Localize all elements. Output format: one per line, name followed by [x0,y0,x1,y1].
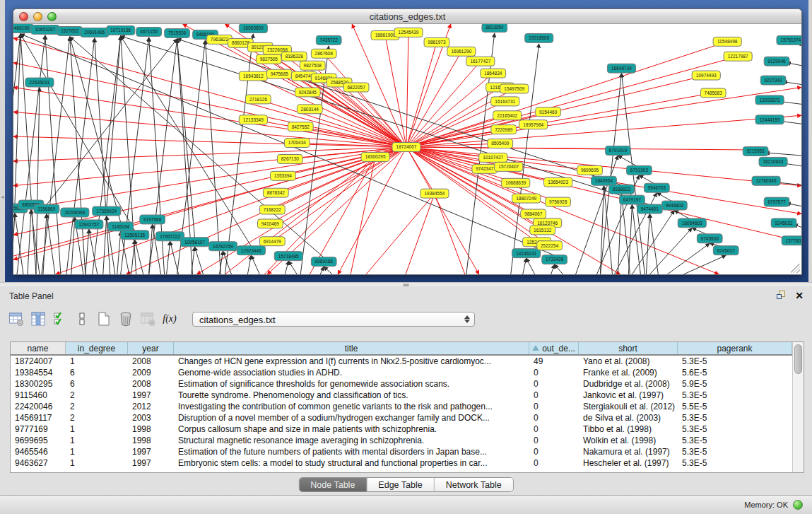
table-cell[interactable]: Structural magnetic resonance image aver… [174,435,529,446]
graph-node[interactable]: 13654923 [544,177,572,187]
table-cell[interactable]: 5.9E-5 [678,378,792,390]
table-row[interactable]: 911546021997Tourette syndrome. Phenomeno… [11,390,792,401]
graph-node[interactable]: 20206596 [61,208,89,217]
graph-node[interactable]: 9861973 [424,37,449,47]
table-row[interactable]: 1938455462009Genome-wide association stu… [11,367,792,378]
graph-node[interactable]: 11548498 [713,37,741,46]
table-cell[interactable]: 18300295 [11,378,66,390]
row-height-button[interactable] [73,310,91,328]
graph-node[interactable]: 6466100 [13,24,33,33]
table-row[interactable]: 2242004622012Investigating the contribut… [11,401,792,412]
graph-node[interactable]: 9227343 [760,76,786,85]
graph-node[interactable]: 12942757 [75,220,103,229]
graph-node[interactable]: 12093872 [755,95,784,105]
table-cell[interactable]: Hescheler et al. (1997) [579,457,678,469]
graph-node[interactable]: 10719186 [107,25,135,35]
table-cell[interactable]: 1 [66,435,128,446]
window-titlebar[interactable]: citations_edges.txt [13,9,801,24]
graph-node[interactable]: 18724007 [392,143,420,152]
table-cell[interactable]: 0 [529,457,579,469]
graph-node[interactable]: 9410469 [257,219,283,228]
graph-node[interactable]: 9756928 [546,197,571,206]
graph-node[interactable]: 2803144 [297,105,322,114]
table-cell[interactable]: 1998 [128,435,174,446]
table-cell[interactable]: 5.5E-5 [678,401,792,412]
table-row[interactable]: 1456911722003Disruption of a novel membe… [11,412,792,424]
table-cell[interactable]: 9699695 [11,435,66,446]
table-cell[interactable]: 0 [529,401,579,412]
table-cell[interactable]: Franke et al. (2009) [579,367,678,378]
graph-node[interactable]: 16648734 [607,64,635,73]
table-cell[interactable]: Embryonic stem cells: a model to study s… [174,457,529,469]
table-row[interactable]: 946362711997Embryonic stem cells: a mode… [11,457,792,469]
graph-node[interactable]: 6914479 [259,237,285,246]
table-cell[interactable]: 22420046 [11,401,66,412]
table-cell[interactable]: Tibbo et al. (1998) [579,424,678,435]
column-header-name[interactable]: name [11,342,66,354]
graph-node[interactable]: 12923446 [237,246,265,255]
tab-node-table[interactable]: Node Table [299,478,367,491]
table-cell[interactable]: Nakamura et al. (1997) [579,446,678,457]
panel-collapse-arrow-icon[interactable]: ◂ [0,192,5,202]
function-builder-button[interactable]: f(x) [160,310,179,328]
graph-node[interactable]: 1840954 [592,176,617,185]
table-cell[interactable]: 5.3E-5 [678,412,792,424]
graph-node[interactable]: 19218506 [525,33,553,42]
graph-node[interactable]: 2867608 [311,49,336,58]
graph-node[interactable]: 15718485 [274,252,302,261]
graph-node[interactable]: 10958107 [180,238,208,247]
graph-node[interactable]: 9699695 [577,165,603,175]
table-cell[interactable]: Estimation of the future numbers of pati… [174,446,529,457]
table-cell[interactable]: 5.3E-5 [678,435,792,446]
table-cell[interactable]: 0 [529,390,579,401]
graph-node[interactable]: 18807249 [512,194,541,203]
graph-node[interactable]: 6822057 [343,83,369,92]
table-cell[interactable]: 1 [66,446,128,457]
table-cell[interactable]: 5.3E-5 [678,390,792,401]
graph-node[interactable]: 15497509 [500,84,529,93]
table-cell[interactable]: Wolkin et al. (1998) [579,435,678,446]
table-cell[interactable]: Yano et al. (2008) [579,356,678,367]
table-cell[interactable]: 1 [66,457,128,469]
graph-node[interactable]: 9089188 [311,257,336,267]
network-canvas[interactable]: 6466100106532871527602206914061071918646… [13,24,801,274]
graph-node[interactable]: 8813054 [482,24,507,32]
table-cell[interactable]: 5.3E-5 [678,457,792,469]
graph-node[interactable]: 1377603 [782,236,801,245]
table-row[interactable]: 1872400712008Changes of HCN gene express… [11,356,792,367]
close-panel-icon[interactable]: ✕ [795,291,804,300]
graph-node[interactable]: 8878342 [263,188,288,197]
graph-node[interactable]: 7485083 [700,88,726,98]
table-cell[interactable]: 9463627 [11,457,66,469]
graph-node[interactable]: 18957984 [519,120,548,129]
graph-node[interactable]: 1353394 [270,171,295,180]
table-cell[interactable]: 2008 [128,356,174,367]
table-cell[interactable]: Changes of HCN gene expression and I(f) … [174,356,529,367]
graph-node[interactable]: 18300295 [361,152,389,161]
table-cell[interactable]: 14569117 [11,412,66,424]
graph-node[interactable]: 12217987 [724,52,752,61]
table-cell[interactable]: Stergiakouli et al. (2012) [579,401,678,412]
table-cell[interactable]: 6 [66,367,128,378]
graph-node[interactable]: 8505409 [488,139,513,148]
table-cell[interactable]: 0 [529,424,579,435]
graph-node[interactable]: 9197588 [140,215,165,224]
graph-node[interactable]: 8427552 [288,122,313,132]
graph-node[interactable]: 9242845 [295,88,320,97]
graph-node[interactable]: 10107427 [479,153,507,162]
table-row[interactable]: 977716911998Corpus callosum shape and si… [11,424,792,435]
graph-node[interactable]: 1700434 [284,139,310,148]
table-cell[interactable]: 1997 [128,390,174,401]
graph-node[interactable]: 9546703 [644,183,669,192]
table-cell[interactable]: 2012 [128,401,174,412]
column-header-year[interactable]: year [128,342,174,354]
table-cell[interactable]: Investigating the contribution of common… [174,401,529,412]
graph-node[interactable]: 1145194 [108,222,134,231]
table-row[interactable]: 946554611997Estimation of the future num… [11,446,792,457]
table-row[interactable]: 969969511998Structural magnetic resonanc… [11,435,792,446]
graph-node[interactable]: 15751074 [777,35,801,45]
select-columns-button[interactable] [51,310,69,328]
graph-node[interactable]: 17957222 [156,232,184,241]
graph-node[interactable]: 16177427 [466,57,495,66]
graph-node[interactable]: 7168222 [259,205,285,214]
